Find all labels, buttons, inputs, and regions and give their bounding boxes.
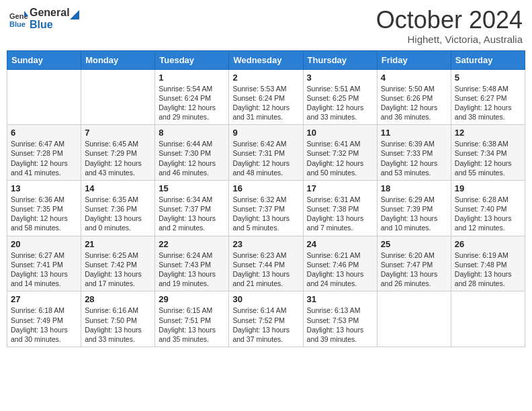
day-info: Sunrise: 6:42 AM Sunset: 7:31 PM Dayligh…: [232, 139, 299, 177]
day-number: 20: [11, 239, 77, 249]
week-row-5: 27Sunrise: 6:18 AM Sunset: 7:49 PM Dayli…: [7, 291, 525, 347]
day-number: 31: [307, 294, 373, 304]
day-cell: 11Sunrise: 6:39 AM Sunset: 7:33 PM Dayli…: [377, 125, 451, 181]
day-cell: 10Sunrise: 6:41 AM Sunset: 7:32 PM Dayli…: [303, 125, 377, 181]
weekday-header-saturday: Saturday: [451, 50, 525, 69]
location-subtitle: Highett, Victoria, Australia: [376, 34, 523, 45]
day-info: Sunrise: 6:15 AM Sunset: 7:51 PM Dayligh…: [159, 306, 225, 344]
day-number: 5: [455, 73, 521, 83]
day-number: 3: [307, 73, 373, 83]
day-number: 4: [381, 73, 447, 83]
day-number: 22: [159, 239, 225, 249]
day-cell: [81, 69, 155, 125]
day-number: 26: [455, 239, 521, 249]
weekday-header-sunday: Sunday: [7, 50, 81, 69]
day-number: 18: [381, 183, 447, 193]
logo-blue: Blue: [30, 19, 70, 31]
day-info: Sunrise: 5:53 AM Sunset: 6:24 PM Dayligh…: [232, 84, 299, 122]
day-number: 25: [381, 239, 447, 249]
day-number: 13: [11, 183, 77, 193]
day-number: 14: [85, 183, 151, 193]
day-number: 7: [85, 128, 151, 138]
day-cell: [377, 291, 451, 347]
day-info: Sunrise: 5:51 AM Sunset: 6:25 PM Dayligh…: [307, 84, 373, 122]
day-cell: 30Sunrise: 6:14 AM Sunset: 7:52 PM Dayli…: [229, 291, 303, 347]
day-cell: 19Sunrise: 6:28 AM Sunset: 7:40 PM Dayli…: [451, 180, 525, 236]
day-number: 27: [11, 294, 77, 304]
day-info: Sunrise: 6:23 AM Sunset: 7:44 PM Dayligh…: [232, 250, 299, 289]
day-info: Sunrise: 6:20 AM Sunset: 7:47 PM Dayligh…: [381, 250, 447, 289]
day-cell: 13Sunrise: 6:36 AM Sunset: 7:35 PM Dayli…: [7, 180, 81, 236]
day-number: 19: [455, 183, 521, 193]
day-info: Sunrise: 6:19 AM Sunset: 7:48 PM Dayligh…: [455, 250, 521, 289]
day-number: 23: [232, 239, 299, 249]
day-info: Sunrise: 5:50 AM Sunset: 6:26 PM Dayligh…: [381, 84, 447, 122]
day-cell: 5Sunrise: 5:48 AM Sunset: 6:27 PM Daylig…: [451, 69, 525, 125]
day-info: Sunrise: 6:36 AM Sunset: 7:35 PM Dayligh…: [11, 195, 77, 233]
day-number: 30: [232, 294, 299, 304]
week-row-2: 6Sunrise: 6:47 AM Sunset: 7:28 PM Daylig…: [7, 125, 525, 181]
day-info: Sunrise: 6:14 AM Sunset: 7:52 PM Dayligh…: [232, 306, 299, 344]
day-cell: 20Sunrise: 6:27 AM Sunset: 7:41 PM Dayli…: [7, 236, 81, 291]
day-cell: 16Sunrise: 6:32 AM Sunset: 7:37 PM Dayli…: [229, 180, 303, 236]
logo-general: General: [30, 7, 70, 19]
day-cell: 24Sunrise: 6:21 AM Sunset: 7:46 PM Dayli…: [303, 236, 377, 291]
day-number: 9: [232, 128, 299, 138]
day-info: Sunrise: 6:25 AM Sunset: 7:42 PM Dayligh…: [85, 250, 151, 289]
day-info: Sunrise: 6:28 AM Sunset: 7:40 PM Dayligh…: [455, 195, 521, 233]
weekday-header-thursday: Thursday: [303, 50, 377, 69]
day-cell: 14Sunrise: 6:35 AM Sunset: 7:36 PM Dayli…: [81, 180, 155, 236]
day-info: Sunrise: 5:54 AM Sunset: 6:24 PM Dayligh…: [159, 84, 225, 122]
calendar-table: SundayMondayTuesdayWednesdayThursdayFrid…: [7, 50, 525, 347]
month-title: October 2024: [376, 7, 523, 34]
week-row-3: 13Sunrise: 6:36 AM Sunset: 7:35 PM Dayli…: [7, 180, 525, 236]
day-cell: 28Sunrise: 6:16 AM Sunset: 7:50 PM Dayli…: [81, 291, 155, 347]
svg-text:Blue: Blue: [9, 20, 26, 28]
logo-icon: General Blue: [9, 9, 28, 28]
day-info: Sunrise: 6:27 AM Sunset: 7:41 PM Dayligh…: [11, 250, 77, 289]
day-info: Sunrise: 6:45 AM Sunset: 7:29 PM Dayligh…: [85, 139, 151, 177]
day-info: Sunrise: 6:29 AM Sunset: 7:39 PM Dayligh…: [381, 195, 447, 233]
day-info: Sunrise: 6:32 AM Sunset: 7:37 PM Dayligh…: [232, 195, 299, 233]
day-number: 8: [159, 128, 225, 138]
day-cell: 15Sunrise: 6:34 AM Sunset: 7:37 PM Dayli…: [155, 180, 229, 236]
day-number: 29: [159, 294, 225, 304]
day-cell: 22Sunrise: 6:24 AM Sunset: 7:43 PM Dayli…: [155, 236, 229, 291]
day-cell: [451, 291, 525, 347]
logo: General Blue General Blue: [9, 7, 79, 30]
day-cell: 29Sunrise: 6:15 AM Sunset: 7:51 PM Dayli…: [155, 291, 229, 347]
day-cell: 12Sunrise: 6:38 AM Sunset: 7:34 PM Dayli…: [451, 125, 525, 181]
day-number: 16: [232, 183, 299, 193]
page-header: General Blue General Blue October 2024 H…: [7, 7, 525, 45]
weekday-header-tuesday: Tuesday: [155, 50, 229, 69]
day-number: 28: [85, 294, 151, 304]
day-cell: 25Sunrise: 6:20 AM Sunset: 7:47 PM Dayli…: [377, 236, 451, 291]
day-number: 24: [307, 239, 373, 249]
day-number: 17: [307, 183, 373, 193]
week-row-1: 1Sunrise: 5:54 AM Sunset: 6:24 PM Daylig…: [7, 69, 525, 125]
day-info: Sunrise: 6:41 AM Sunset: 7:32 PM Dayligh…: [307, 139, 373, 177]
day-number: 12: [455, 128, 521, 138]
day-info: Sunrise: 6:31 AM Sunset: 7:38 PM Dayligh…: [307, 195, 373, 233]
day-number: 6: [11, 128, 77, 138]
day-info: Sunrise: 6:16 AM Sunset: 7:50 PM Dayligh…: [85, 306, 151, 344]
day-number: 11: [381, 128, 447, 138]
week-row-4: 20Sunrise: 6:27 AM Sunset: 7:41 PM Dayli…: [7, 236, 525, 291]
day-number: 2: [232, 73, 299, 83]
day-cell: [7, 69, 81, 125]
day-info: Sunrise: 6:47 AM Sunset: 7:28 PM Dayligh…: [11, 139, 77, 177]
day-cell: 7Sunrise: 6:45 AM Sunset: 7:29 PM Daylig…: [81, 125, 155, 181]
day-cell: 26Sunrise: 6:19 AM Sunset: 7:48 PM Dayli…: [451, 236, 525, 291]
day-info: Sunrise: 6:18 AM Sunset: 7:49 PM Dayligh…: [11, 306, 77, 344]
day-cell: 4Sunrise: 5:50 AM Sunset: 6:26 PM Daylig…: [377, 69, 451, 125]
day-cell: 2Sunrise: 5:53 AM Sunset: 6:24 PM Daylig…: [229, 69, 303, 125]
day-info: Sunrise: 6:24 AM Sunset: 7:43 PM Dayligh…: [159, 250, 225, 289]
day-info: Sunrise: 6:21 AM Sunset: 7:46 PM Dayligh…: [307, 250, 373, 289]
day-cell: 6Sunrise: 6:47 AM Sunset: 7:28 PM Daylig…: [7, 125, 81, 181]
weekday-header-monday: Monday: [81, 50, 155, 69]
day-info: Sunrise: 6:44 AM Sunset: 7:30 PM Dayligh…: [159, 139, 225, 177]
day-number: 1: [159, 73, 225, 83]
day-cell: 1Sunrise: 5:54 AM Sunset: 6:24 PM Daylig…: [155, 69, 229, 125]
svg-marker-3: [70, 10, 79, 19]
day-cell: 17Sunrise: 6:31 AM Sunset: 7:38 PM Dayli…: [303, 180, 377, 236]
